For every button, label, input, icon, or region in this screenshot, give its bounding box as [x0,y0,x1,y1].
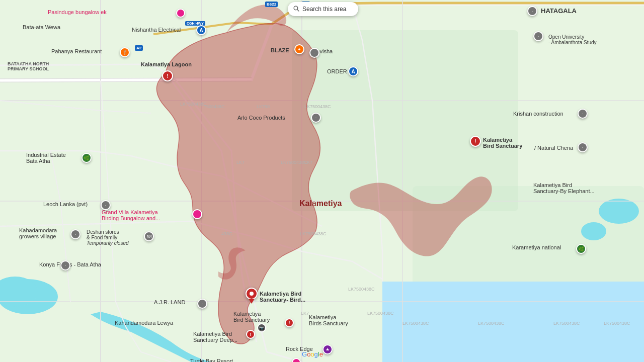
pin-grand-villa-dot [192,209,202,219]
pin-konya-dot: · [60,260,70,270]
pin-pasinduge[interactable] [176,9,185,18]
pin-kavisha[interactable]: · [309,48,319,58]
google-g2: g [314,350,318,358]
pin-blaze[interactable]: ● [294,44,304,54]
pin-karametiya-dot: 🌿 [576,244,586,254]
pin-ajr-dot: · [197,299,207,309]
pin-leoch-dot: · [101,200,111,210]
pin-bs-small-alert2[interactable]: ! [246,330,255,339]
pin-order[interactable]: A [348,66,358,76]
pins-container: ! ! ● · A [0,0,644,362]
pin-krishan-dot: · [578,109,588,119]
pin-pasinduge-dot [176,9,185,18]
pin-arlo-dot: · [311,113,321,123]
pin-leoch[interactable]: · [101,200,111,210]
svg-line-13 [297,10,299,11]
pin-industrial[interactable]: 🌿 [82,153,92,163]
google-o2: o [310,350,314,358]
pin-nishantha-dot: A [196,25,206,35]
pin-ajr[interactable]: · [197,299,207,309]
pin-natural-chena-dot: · [578,142,588,152]
pin-open-univ-dot: · [533,31,543,41]
search-label: Search this area [302,6,346,13]
pin-kahadamodara-dot: · [70,229,80,239]
pin-rock-edge-dot: ★ [323,344,333,354]
pin-alert-east-icon: ! [470,136,481,147]
search-icon [293,5,299,13]
pin-nishantha[interactable]: A [196,25,206,35]
pin-open-univ[interactable]: · [533,31,543,41]
pin-krishan[interactable]: · [578,109,588,119]
pin-rock-edge[interactable]: ★ [323,344,333,354]
google-g: G [302,350,307,358]
map-container[interactable]: Pasinduge bungalow ek Bata-ata Wewa Nish… [0,0,644,362]
pin-bird-sanctuary-east[interactable]: ! [470,136,481,147]
pin-karametiya[interactable]: 🌿 [576,244,586,254]
pin-industrial-dot: 🌿 [82,153,92,163]
pin-pahanya-dot: 🍴 [120,47,130,57]
pin-grand-villa[interactable] [192,209,202,219]
pin-pahanya[interactable]: 🍴 [120,47,130,57]
pin-konya[interactable]: · [60,260,70,270]
pin-teardrop [246,288,258,304]
pin-kavisha-dot: · [309,48,319,58]
google-logo: Google [302,350,323,358]
pin-bs-alert1-icon: ! [285,318,294,327]
search-this-area-bar[interactable]: Search this area [288,2,358,16]
pin-kalamatiya-lagoon[interactable]: ! [162,70,173,81]
google-e: e [319,350,323,358]
pin-hatagala[interactable]: · [527,6,537,16]
pin-order-dot: A [348,66,358,76]
pin-bs-small-alert1[interactable]: ! [285,318,294,327]
pin-kahadamodara[interactable]: · [70,229,80,239]
pin-deshan-dot: 🍽 [144,231,154,241]
pin-bs-alert2-icon: ! [246,330,255,339]
pin-bird-sanctuary-main[interactable] [246,288,258,304]
pin-alert-icon: ! [162,70,173,81]
pin-hatagala-dot: · [527,6,537,16]
camera-icon: 📷 [259,326,264,330]
pin-turtle-bay[interactable] [292,358,301,362]
pin-blaze-dot: ● [294,44,304,54]
pin-deshan[interactable]: 🍽 [144,231,154,241]
blaze-icon: ● [298,47,300,52]
rock-edge-icon: ★ [326,347,330,352]
pin-bs-camera-dot: 📷 [257,323,266,332]
pin-turtle-bay-dot [292,358,301,362]
pin-natural-chena[interactable]: · [578,142,588,152]
pin-arlo[interactable]: · [311,113,321,123]
pin-bs-camera[interactable]: 📷 [257,323,266,332]
